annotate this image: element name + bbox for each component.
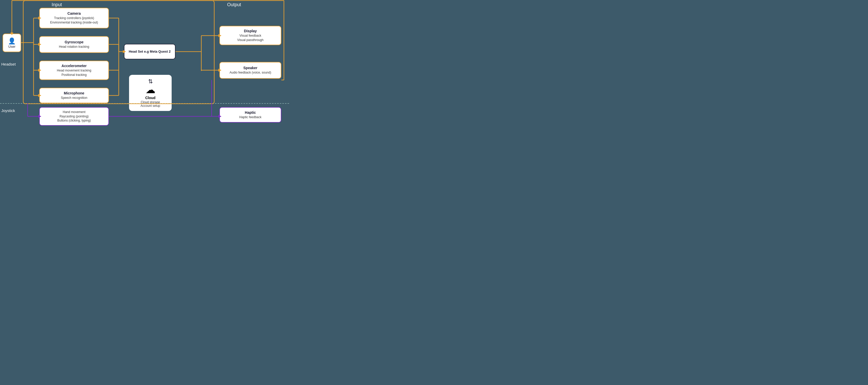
camera-subtitle: Tracking controllers (joystick) Environm… [50, 16, 98, 25]
user-box: 👤 User [3, 34, 21, 52]
display-title: Display [244, 29, 257, 33]
cloud-sync-icon: ⇅ [148, 78, 153, 85]
accelerometer-box: Accelerometer Head movement tracking Pos… [39, 61, 109, 80]
joystick-label: Joystick [1, 108, 15, 113]
cloud-box: ⇅ ☁ Cloud Cloud storage Account setup [129, 75, 172, 111]
cloud-subtitle: Cloud storage Account setup [141, 100, 160, 107]
user-icon: 👤 [8, 37, 16, 45]
headset-title: Head Set e.g Meta Quest 2 [129, 50, 171, 54]
cloud-title: Cloud [141, 96, 160, 100]
gyroscope-title: Gyroscope [64, 40, 83, 44]
camera-box: Camera Tracking controllers (joystick) E… [39, 8, 109, 28]
speaker-subtitle: Audio feedback (voice, sound) [229, 70, 271, 75]
display-subtitle: Visual feedback Visual passthrough [237, 34, 264, 42]
accelerometer-title: Accelerometer [61, 64, 87, 68]
haptic-subtitle: Haptic feedback [239, 115, 261, 120]
output-label: Output [227, 2, 241, 7]
camera-title: Camera [67, 11, 81, 15]
display-box: Display Visual feedback Visual passthrou… [219, 26, 281, 45]
speaker-title: Speaker [243, 66, 257, 70]
accelerometer-subtitle: Head movement tracking Positional tracki… [57, 68, 91, 77]
speaker-box: Speaker Audio feedback (voice, sound) [219, 62, 281, 79]
microphone-box: Microphone Speech recognition [39, 88, 109, 103]
joystick-subtitle: Hand movement Raycasting (pointing) Butt… [57, 110, 91, 123]
dashed-divider [0, 103, 289, 104]
diagram: Input Output Headset Joystick 👤 User Cam… [0, 0, 289, 128]
microphone-subtitle: Speech recognition [61, 96, 88, 100]
input-label: Input [52, 2, 62, 7]
cloud-icon: ☁ [146, 85, 155, 95]
gyroscope-box: Gyroscope Head rotation tracking [39, 36, 109, 53]
haptic-box: Haptic Haptic feedback [219, 107, 281, 123]
joystick-input-box: Hand movement Raycasting (pointing) Butt… [39, 107, 109, 126]
haptic-title: Haptic [245, 110, 256, 115]
microphone-title: Microphone [64, 91, 84, 95]
headset-box: Head Set e.g Meta Quest 2 [124, 44, 176, 59]
user-label: User [8, 45, 15, 49]
gyroscope-subtitle: Head rotation tracking [59, 45, 89, 49]
headset-label: Headset [1, 62, 16, 66]
